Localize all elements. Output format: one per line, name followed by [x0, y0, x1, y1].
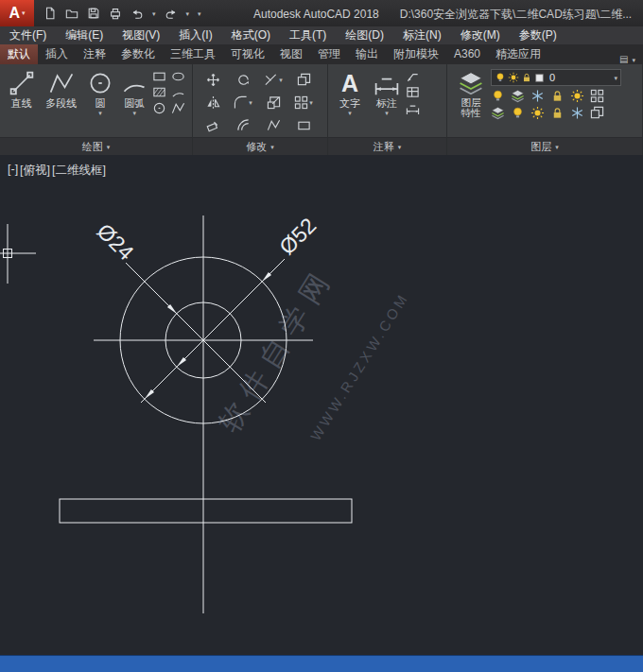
tab-output[interactable]: 输出: [348, 44, 386, 64]
stretch-icon: [297, 118, 311, 132]
layer-walk-icon[interactable]: [491, 106, 505, 120]
stretch-button[interactable]: [291, 114, 316, 135]
panel-draw-label[interactable]: 绘图 ▾: [0, 137, 192, 155]
menu-dimension[interactable]: 标注(N): [393, 26, 451, 44]
erase-button[interactable]: [200, 114, 225, 135]
menu-view[interactable]: 视图(V): [113, 26, 169, 44]
array-button[interactable]: ▾: [291, 92, 316, 112]
qat-customize-chevron-icon[interactable]: ▾: [198, 10, 201, 17]
hatch-icon[interactable]: [152, 85, 166, 99]
app-menu-button[interactable]: A ▾: [0, 0, 34, 26]
circle-icon: [87, 70, 113, 96]
layer-properties-button[interactable]: 图层特性: [451, 67, 491, 118]
base-rectangle[interactable]: [60, 499, 352, 523]
layer-unlock-icon[interactable]: [550, 106, 565, 120]
trim-icon: [264, 73, 278, 87]
text-icon: A: [341, 70, 358, 96]
mirror-button[interactable]: [200, 92, 225, 112]
open-folder-icon[interactable]: [65, 7, 78, 20]
explode-button[interactable]: [261, 114, 286, 135]
menu-insert[interactable]: 插入(I): [169, 26, 221, 44]
viewport-view-button[interactable]: [俯视]: [20, 163, 50, 179]
polyline-small-icon[interactable]: [171, 101, 185, 115]
new-file-icon[interactable]: [43, 7, 57, 20]
redo-chevron-icon[interactable]: ▾: [186, 10, 190, 17]
offset-icon: [236, 118, 251, 132]
layer-tools-row-1: [491, 89, 621, 103]
ribbon: 直线 多段线 圆 ▾ 圆弧 ▾: [0, 64, 643, 156]
bulb-on-icon: [495, 72, 506, 83]
layer-match-icon[interactable]: [590, 89, 604, 103]
tab-visualize[interactable]: 可视化: [223, 44, 272, 64]
line-button[interactable]: 直线: [4, 67, 39, 109]
menu-file[interactable]: 文件(F): [0, 26, 56, 44]
menu-parametric[interactable]: 参数(P): [510, 26, 566, 44]
layer-freeze-all-icon[interactable]: [570, 106, 584, 120]
rotate-button[interactable]: [231, 69, 255, 90]
viewport-visual-style-button[interactable]: [二维线框]: [52, 163, 106, 179]
move-button[interactable]: [200, 69, 225, 90]
menu-tools[interactable]: 工具(T): [280, 26, 336, 44]
layer-thaw-all-icon[interactable]: [530, 106, 545, 120]
viewport-label: [-] [俯视] [二维线框]: [8, 163, 106, 179]
text-button[interactable]: A 文字 ▾: [332, 67, 368, 116]
panel-modify: ▾ ▾ ▾ 修改 ▾: [193, 64, 328, 155]
copy-button[interactable]: [291, 69, 316, 90]
panel-layers-label[interactable]: 图层 ▾: [447, 137, 642, 155]
dim-outer-text[interactable]: Ø52: [274, 213, 321, 259]
menu-edit[interactable]: 编辑(E): [56, 26, 113, 44]
layer-on-icon[interactable]: [511, 106, 525, 120]
redo-icon[interactable]: [165, 7, 178, 20]
layer-lock-icon[interactable]: [550, 89, 565, 103]
leader-icon[interactable]: [406, 69, 420, 83]
tab-parametric[interactable]: 参数化: [113, 44, 163, 64]
ribbon-display-control[interactable]: ▤ ▾: [612, 55, 643, 64]
dimension-small-icon[interactable]: [406, 101, 420, 115]
layer-off-icon[interactable]: [491, 89, 505, 103]
ellipse-icon[interactable]: [171, 69, 185, 83]
tab-home[interactable]: 默认: [0, 44, 38, 64]
undo-chevron-icon[interactable]: ▾: [152, 10, 156, 17]
command-bar[interactable]: [0, 655, 643, 672]
scale-button[interactable]: [261, 92, 286, 112]
tab-a360[interactable]: A360: [446, 44, 488, 64]
dim-inner-text[interactable]: Ø24: [92, 218, 138, 265]
layer-freeze-icon[interactable]: [530, 89, 545, 103]
rectangle-icon[interactable]: [152, 69, 166, 83]
polyline-icon: [48, 70, 75, 96]
offset-button[interactable]: [231, 114, 255, 135]
panel-modify-label[interactable]: 修改 ▾: [193, 137, 327, 155]
tab-3d-tools[interactable]: 三维工具: [163, 44, 223, 64]
circle-small-icon[interactable]: [152, 101, 166, 115]
tab-view[interactable]: 视图: [272, 44, 310, 64]
layer-copy-icon[interactable]: [590, 106, 604, 120]
chevron-down-icon: ▾: [133, 110, 137, 116]
menu-modify[interactable]: 修改(M): [451, 26, 510, 44]
tab-manage[interactable]: 管理: [310, 44, 348, 64]
arc-segment-icon[interactable]: [171, 85, 185, 99]
tab-annotate[interactable]: 注释: [76, 44, 113, 64]
table-icon[interactable]: [406, 85, 420, 99]
layer-isolate-icon[interactable]: [511, 89, 525, 103]
menu-draw[interactable]: 绘图(D): [336, 26, 393, 44]
viewport-controls-button[interactable]: [-]: [8, 163, 18, 179]
dimension-button[interactable]: 标注 ▾: [368, 67, 406, 116]
plot-printer-icon[interactable]: [109, 7, 122, 20]
trim-button[interactable]: ▾: [261, 69, 286, 90]
drawing-canvas[interactable]: [-] [俯视] [二维线框] 软件自学网 WWW.RJZXW.COM: [0, 155, 643, 656]
polyline-button[interactable]: 多段线: [39, 67, 83, 109]
layer-select-dropdown[interactable]: 0 ▾: [491, 69, 621, 86]
save-icon[interactable]: [87, 7, 100, 20]
circle-button[interactable]: 圆 ▾: [83, 67, 116, 116]
panel-annotate-label[interactable]: 注释 ▾: [328, 137, 446, 155]
menu-format[interactable]: 格式(O): [222, 26, 280, 44]
fillet-button[interactable]: ▾: [231, 92, 255, 112]
layer-thaw-icon[interactable]: [570, 89, 584, 103]
undo-icon[interactable]: [130, 7, 144, 20]
tab-featured-apps[interactable]: 精选应用: [488, 44, 548, 64]
tab-insert[interactable]: 插入: [38, 44, 76, 64]
line-icon: [9, 70, 35, 96]
tab-addins[interactable]: 附加模块: [386, 44, 446, 64]
arc-button[interactable]: 圆弧 ▾: [117, 67, 152, 116]
app-title: Autodesk AutoCAD 2018: [253, 8, 379, 21]
